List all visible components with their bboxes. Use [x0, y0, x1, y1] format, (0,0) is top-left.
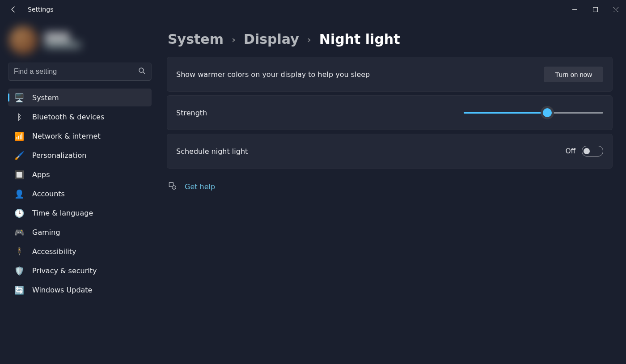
- sidebar-item-gaming[interactable]: 🎮Gaming: [8, 223, 152, 241]
- close-button[interactable]: [605, 0, 626, 18]
- chevron-right-icon: ›: [307, 34, 311, 45]
- accounts-icon: 👤: [14, 189, 24, 199]
- breadcrumb: System › Display › Night light: [168, 31, 613, 47]
- avatar: [9, 26, 38, 55]
- sidebar-item-windows-update[interactable]: 🔄Windows Update: [8, 281, 152, 299]
- breadcrumb-display[interactable]: Display: [244, 31, 299, 47]
- sidebar: ████ ████████ 🖥️SystemᛒBluetooth & devic…: [0, 19, 159, 364]
- slider-thumb[interactable]: [543, 108, 552, 117]
- schedule-state-text: Off: [566, 147, 575, 155]
- schedule-label: Schedule night light: [176, 147, 566, 156]
- svg-text:?: ?: [173, 186, 175, 189]
- sidebar-item-time-language[interactable]: 🕒Time & language: [8, 204, 152, 222]
- title-bar: Settings: [0, 0, 626, 19]
- chevron-right-icon: ›: [232, 34, 236, 45]
- network-internet-icon: 📶: [14, 131, 24, 141]
- nav-list: 🖥️SystemᛒBluetooth & devices📶Network & i…: [5, 89, 154, 299]
- sidebar-item-bluetooth-devices[interactable]: ᛒBluetooth & devices: [8, 108, 152, 126]
- bluetooth-devices-icon: ᛒ: [14, 112, 24, 122]
- user-profile[interactable]: ████ ████████: [5, 21, 154, 63]
- strength-label: Strength: [176, 109, 464, 117]
- sidebar-item-accessibility[interactable]: 🕴️Accessibility: [8, 242, 152, 260]
- sidebar-item-network-internet[interactable]: 📶Network & internet: [8, 127, 152, 145]
- svg-rect-0: [593, 7, 597, 12]
- strength-slider[interactable]: [464, 106, 603, 119]
- sidebar-item-privacy-security[interactable]: 🛡️Privacy & security: [8, 262, 152, 279]
- gaming-icon: 🎮: [14, 227, 24, 237]
- get-help-link[interactable]: Get help: [185, 182, 215, 191]
- sidebar-item-label: Bluetooth & devices: [32, 113, 104, 121]
- accessibility-icon: 🕴️: [14, 246, 24, 256]
- schedule-card: Schedule night light Off: [167, 134, 613, 169]
- minimize-button[interactable]: [564, 0, 585, 18]
- help-icon: ?: [168, 181, 177, 192]
- slider-track: [464, 112, 603, 114]
- sidebar-item-personalization[interactable]: 🖌️Personalization: [8, 146, 152, 164]
- apps-icon: 🔲: [14, 169, 24, 179]
- personalization-icon: 🖌️: [14, 150, 24, 160]
- schedule-toggle[interactable]: [582, 146, 603, 157]
- main-content: System › Display › Night light Show warm…: [159, 19, 626, 364]
- help-row: ? Get help: [168, 181, 613, 192]
- sidebar-item-label: System: [32, 93, 59, 102]
- system-icon: 🖥️: [14, 93, 24, 102]
- turn-on-button[interactable]: Turn on now: [544, 67, 603, 82]
- sidebar-item-label: Apps: [32, 170, 50, 179]
- sidebar-item-system[interactable]: 🖥️System: [8, 89, 152, 106]
- sidebar-item-label: Accounts: [32, 190, 65, 198]
- schedule-toggle-wrap: Off: [566, 146, 603, 157]
- sidebar-item-label: Privacy & security: [32, 267, 97, 275]
- description-text: Show warmer colors on your display to he…: [176, 70, 544, 79]
- sidebar-item-label: Network & internet: [32, 132, 101, 140]
- app-title: Settings: [28, 6, 53, 13]
- sidebar-item-label: Personalization: [32, 151, 86, 160]
- sidebar-item-label: Windows Update: [32, 286, 92, 294]
- sidebar-item-accounts[interactable]: 👤Accounts: [8, 185, 152, 203]
- slider-fill: [464, 112, 547, 114]
- strength-card: Strength: [167, 95, 613, 130]
- sidebar-item-label: Gaming: [32, 228, 60, 237]
- search-wrapper: [8, 63, 152, 80]
- sidebar-item-apps[interactable]: 🔲Apps: [8, 165, 152, 183]
- description-card: Show warmer colors on your display to he…: [167, 57, 613, 92]
- time-language-icon: 🕒: [14, 208, 24, 218]
- sidebar-item-label: Accessibility: [32, 247, 76, 256]
- breadcrumb-system[interactable]: System: [168, 31, 224, 47]
- windows-update-icon: 🔄: [14, 285, 24, 295]
- toggle-knob: [584, 148, 590, 154]
- search-input[interactable]: [8, 63, 152, 80]
- sidebar-item-label: Time & language: [32, 209, 93, 217]
- window-controls: [564, 0, 626, 19]
- page-title: Night light: [319, 31, 400, 47]
- privacy-security-icon: 🛡️: [14, 266, 24, 275]
- maximize-button[interactable]: [585, 0, 605, 18]
- back-button[interactable]: [9, 5, 18, 14]
